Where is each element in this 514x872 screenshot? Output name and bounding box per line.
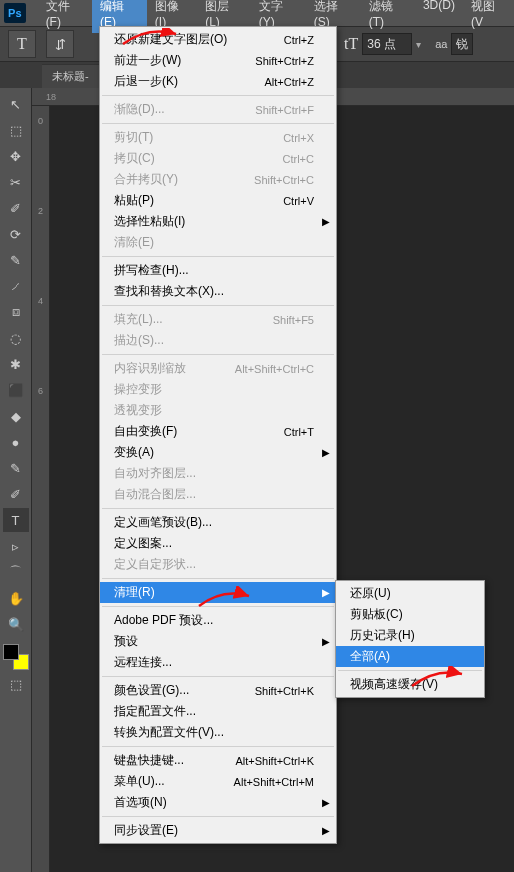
menu-0[interactable]: 文件(F) <box>38 0 92 33</box>
tool-1[interactable]: ⬚ <box>3 118 29 142</box>
menuitem[interactable]: 颜色设置(G)...Shift+Ctrl+K <box>100 680 336 701</box>
submenu-arrow-icon: ▶ <box>322 447 330 458</box>
tool-4[interactable]: ✐ <box>3 196 29 220</box>
submenu-item[interactable]: 全部(A) <box>336 646 484 667</box>
menuitem[interactable]: Adobe PDF 预设... <box>100 610 336 631</box>
menuitem[interactable]: 预设▶ <box>100 631 336 652</box>
tool-9[interactable]: ◌ <box>3 326 29 350</box>
menuitem: 拷贝(C)Ctrl+C <box>100 148 336 169</box>
menuitem[interactable]: 远程连接... <box>100 652 336 673</box>
menuitem: 自动对齐图层... <box>100 463 336 484</box>
menuitem: 定义自定形状... <box>100 554 336 575</box>
menuitem: 自动混合图层... <box>100 484 336 505</box>
tool-13[interactable]: ● <box>3 430 29 454</box>
menuitem[interactable]: 同步设置(E)▶ <box>100 820 336 841</box>
tool-3[interactable]: ✂ <box>3 170 29 194</box>
tool-19[interactable]: ✋ <box>3 586 29 610</box>
tool-14[interactable]: ✎ <box>3 456 29 480</box>
font-size-icon: tT <box>344 35 358 53</box>
tool-15[interactable]: ✐ <box>3 482 29 506</box>
tool-5[interactable]: ⟳ <box>3 222 29 246</box>
menuitem[interactable]: 变换(A)▶ <box>100 442 336 463</box>
submenu-arrow-icon: ▶ <box>322 797 330 808</box>
menuitem[interactable]: 首选项(N)▶ <box>100 792 336 813</box>
submenu-arrow-icon: ▶ <box>322 636 330 647</box>
menuitem: 操控变形 <box>100 379 336 400</box>
menu-6[interactable]: 滤镜(T) <box>361 0 415 33</box>
submenu-item[interactable]: 还原(U) <box>336 583 484 604</box>
menuitem: 描边(S)... <box>100 330 336 351</box>
menu-8[interactable]: 视图(V <box>463 0 514 33</box>
menuitem: 渐隐(D)...Shift+Ctrl+F <box>100 99 336 120</box>
edit-menu-dropdown: 还原新建文字图层(O)Ctrl+Z前进一步(W)Shift+Ctrl+Z后退一步… <box>99 26 337 844</box>
tool-12[interactable]: ◆ <box>3 404 29 428</box>
tool-6[interactable]: ✎ <box>3 248 29 272</box>
submenu-item[interactable]: 剪贴板(C) <box>336 604 484 625</box>
app-logo: Ps <box>4 3 26 23</box>
tool-20[interactable]: 🔍 <box>3 612 29 636</box>
ruler-vertical: 0246 <box>32 106 50 872</box>
menuitem[interactable]: 自由变换(F)Ctrl+T <box>100 421 336 442</box>
toggle-orientation-button[interactable]: ⇵ <box>46 30 74 58</box>
menuitem[interactable]: 键盘快捷键...Alt+Shift+Ctrl+K <box>100 750 336 771</box>
menuitem[interactable]: 清理(R)▶ <box>100 582 336 603</box>
menuitem: 透视变形 <box>100 400 336 421</box>
quickmask-icon[interactable]: ⬚ <box>3 672 29 696</box>
menuitem[interactable]: 查找和替换文本(X)... <box>100 281 336 302</box>
menu-7[interactable]: 3D(D) <box>415 0 463 33</box>
menuitem[interactable]: 定义图案... <box>100 533 336 554</box>
menuitem: 清除(E) <box>100 232 336 253</box>
tool-11[interactable]: ⬛ <box>3 378 29 402</box>
tool-0[interactable]: ↖ <box>3 92 29 116</box>
submenu-arrow-icon: ▶ <box>322 587 330 598</box>
tool-17[interactable]: ▹ <box>3 534 29 558</box>
tool-10[interactable]: ✱ <box>3 352 29 376</box>
antialias-dropdown[interactable]: 锐 <box>451 33 473 55</box>
menuitem[interactable]: 转换为配置文件(V)... <box>100 722 336 743</box>
tools-panel: ↖⬚✥✂✐⟳✎⟋⧈◌✱⬛◆●✎✐T▹⌒✋🔍⬚ <box>0 88 32 872</box>
submenu-item[interactable]: 历史记录(H) <box>336 625 484 646</box>
tool-2[interactable]: ✥ <box>3 144 29 168</box>
menuitem[interactable]: 菜单(U)...Alt+Shift+Ctrl+M <box>100 771 336 792</box>
tool-7[interactable]: ⟋ <box>3 274 29 298</box>
tool-18[interactable]: ⌒ <box>3 560 29 584</box>
document-tab[interactable]: 未标题- <box>42 64 99 88</box>
submenu-item[interactable]: 视频高速缓存(V) <box>336 674 484 695</box>
menuitem: 合并拷贝(Y)Shift+Ctrl+C <box>100 169 336 190</box>
menuitem[interactable]: 前进一步(W)Shift+Ctrl+Z <box>100 50 336 71</box>
submenu-arrow-icon: ▶ <box>322 216 330 227</box>
menuitem[interactable]: 还原新建文字图层(O)Ctrl+Z <box>100 29 336 50</box>
menuitem: 剪切(T)Ctrl+X <box>100 127 336 148</box>
antialias-label: aa <box>435 38 447 50</box>
menubar: Ps 文件(F)编辑(E)图像(I)图层(L)文字(Y)选择(S)滤镜(T)3D… <box>0 0 514 26</box>
tool-8[interactable]: ⧈ <box>3 300 29 324</box>
clear-submenu: 还原(U)剪贴板(C)历史记录(H)全部(A)视频高速缓存(V) <box>335 580 485 698</box>
menuitem[interactable]: 粘贴(P)Ctrl+V <box>100 190 336 211</box>
menuitem[interactable]: 拼写检查(H)... <box>100 260 336 281</box>
menuitem: 内容识别缩放Alt+Shift+Ctrl+C <box>100 358 336 379</box>
tool-16[interactable]: T <box>3 508 29 532</box>
menuitem[interactable]: 指定配置文件... <box>100 701 336 722</box>
tool-indicator[interactable]: T <box>8 30 36 58</box>
menuitem[interactable]: 选择性粘贴(I)▶ <box>100 211 336 232</box>
menuitem[interactable]: 定义画笔预设(B)... <box>100 512 336 533</box>
font-size-input[interactable] <box>362 33 412 55</box>
menuitem: 填充(L)...Shift+F5 <box>100 309 336 330</box>
submenu-arrow-icon: ▶ <box>322 825 330 836</box>
menuitem[interactable]: 后退一步(K)Alt+Ctrl+Z <box>100 71 336 92</box>
color-swatches[interactable] <box>3 644 29 670</box>
